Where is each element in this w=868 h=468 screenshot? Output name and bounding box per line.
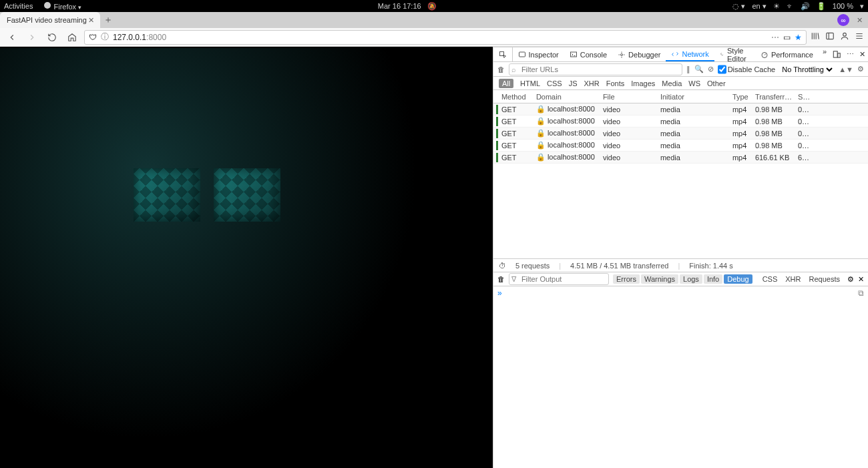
block-icon[interactable]: ⊘ [708,65,714,73]
filter-output-input[interactable] [509,273,609,285]
type-filter-html[interactable]: HTML [520,79,540,87]
system-tray[interactable]: ◌ ▾ en ▾ ☀ ᯤ 🔊 🔋 100 % ▾ [732,2,864,11]
type-filter-xhr[interactable]: XHR [584,79,600,87]
filter-urls-input[interactable] [509,63,682,75]
chip-xhr[interactable]: XHR [782,274,804,284]
throttling-select[interactable]: No Throttling [779,65,835,74]
table-row[interactable]: GET🔒localhost:8000videomediamp40.98 MB0…… [493,140,868,152]
chip-logs[interactable]: Logs [680,274,702,284]
bookmark-star-icon[interactable]: ★ [795,33,802,42]
tab-inspector[interactable]: Inspector [513,47,564,61]
reload-button[interactable] [44,29,60,45]
responsive-mode-icon[interactable] [829,47,844,61]
svg-rect-8 [833,51,837,57]
home-button[interactable] [64,29,80,45]
clock: Mar 16 17:16 🔕 [81,2,732,11]
col-initiator[interactable]: Initiator [658,93,730,101]
chip-info[interactable]: Info [704,274,722,284]
reader-icon[interactable]: ▭ [783,33,791,42]
chip-errors[interactable]: Errors [613,274,640,284]
clear-requests-icon[interactable]: 🗑 [497,65,505,73]
search-icon[interactable]: 🔍 [694,65,704,73]
disable-cache-checkbox[interactable]: Disable Cache [718,63,776,75]
filter-icon: ∇ [511,275,516,284]
summary-finish: Finish: 1.44 s [689,262,732,270]
tab-performance[interactable]: Performance [755,47,819,61]
col-file[interactable]: File [600,93,658,101]
type-filter-fonts[interactable]: Fonts [606,79,625,87]
info-icon: ⓘ [101,31,109,43]
tab-console[interactable]: Console [564,47,612,61]
lock-icon: 🔒 [536,153,546,161]
col-method[interactable]: Method [499,93,533,101]
lang-indicator[interactable]: en ▾ [752,2,766,11]
expand-console-icon[interactable]: ⧉ [858,288,864,298]
console-prompt[interactable]: »⧉ [493,286,868,300]
col-size[interactable]: Size [795,93,813,101]
firefox-label: Firefox [53,3,76,11]
activities-button[interactable]: Activities [4,2,33,10]
col-type[interactable]: Type [730,93,752,101]
table-row[interactable]: GET🔒localhost:8000videomediamp40.98 MB0…… [493,128,868,140]
tab-style-editor[interactable]: Style Editor [714,47,755,61]
pause-icon[interactable]: ‖ [686,65,690,73]
window-close-icon[interactable]: ✕ [855,15,864,25]
clear-console-icon[interactable]: 🗑 [497,275,505,283]
svg-rect-9 [838,53,841,57]
col-transferred[interactable]: Transferred [752,93,795,101]
table-header: Method Domain File Initiator Type Transf… [493,90,868,103]
tab-title: FastAPI video streaming [7,16,87,24]
type-filter-js[interactable]: JS [569,79,578,87]
col-domain[interactable]: Domain [533,93,600,101]
close-tab-icon[interactable]: ✕ [87,15,96,25]
tab-debugger[interactable]: Debugger [612,47,666,61]
tab-network[interactable]: Network [666,47,714,61]
gnome-top-bar: Activities Firefox Mar 16 17:16 🔕 ◌ ▾ en… [0,0,868,12]
devtools-tabs: Inspector Console Debugger Network Style… [493,47,868,62]
type-filter-ws[interactable]: WS [688,79,700,87]
console-settings-icon[interactable]: ⚙ [847,275,854,284]
type-filter-media[interactable]: Media [662,79,682,87]
settings-gear-icon[interactable]: ⚙ [857,65,864,73]
chip-debug[interactable]: Debug [724,274,752,284]
table-row[interactable]: GET🔒localhost:8000videomediamp40.98 MB0…… [493,115,868,128]
address-bar[interactable]: 🛡 ⓘ 127.0.0.1:8000 ⋯ ▭ ★ [84,30,807,45]
pick-element-button[interactable] [493,47,512,61]
hamburger-menu-icon[interactable] [855,31,864,43]
table-row[interactable]: GET🔒localhost:8000videomediamp4616.61 KB… [493,152,868,164]
chip-requests[interactable]: Requests [806,274,843,284]
stopwatch-icon[interactable]: ⏱ [499,262,506,270]
console-toolbar: 🗑 ∇ Errors Warnings Logs Info Debug CSS … [493,272,868,286]
url-bar: 🛡 ⓘ 127.0.0.1:8000 ⋯ ▭ ★ [0,28,868,47]
browser-tab[interactable]: FastAPI video streaming ✕ [0,12,100,28]
lock-icon: 🔒 [536,141,546,149]
more-tabs-icon[interactable]: » [820,47,829,61]
type-filter-images[interactable]: Images [631,79,655,87]
lock-icon: 🔒 [536,117,546,125]
video-player[interactable] [0,48,493,455]
chip-warnings[interactable]: Warnings [641,274,678,284]
lock-icon: 🔒 [536,129,546,137]
new-tab-button[interactable]: ＋ [100,12,116,28]
svg-point-0 [44,2,51,9]
type-filter-all[interactable]: All [499,79,513,88]
table-row[interactable]: GET🔒localhost:8000videomediamp40.98 MB0…… [493,103,868,115]
back-button[interactable] [4,29,20,45]
summary-requests: 5 requests [515,262,550,270]
sidebar-icon[interactable] [825,31,835,43]
profile-icon[interactable] [840,31,849,43]
network-toolbar: 🗑 ⌕ ‖ 🔍 ⊘ Disable Cache No Throttling ▲▼… [493,62,868,77]
type-filter-other[interactable]: Other [707,79,726,87]
firefox-menu[interactable]: Firefox [43,1,81,11]
tab-strip: FastAPI video streaming ✕ ＋ ∞ ✕ [0,12,868,28]
chip-css[interactable]: CSS [759,274,781,284]
account-icon[interactable]: ∞ [837,14,849,26]
split-console-close-icon[interactable]: ✕ [858,275,864,284]
network-table: Method Domain File Initiator Type Transf… [493,90,868,258]
notification-icon: 🔕 [427,2,437,10]
type-filter-css[interactable]: CSS [547,79,562,87]
page-actions-icon[interactable]: ⋯ [771,33,779,42]
library-icon[interactable] [811,31,820,43]
devtools-close-icon[interactable]: ✕ [857,47,868,61]
devtools-menu-icon[interactable]: ⋯ [844,47,857,61]
